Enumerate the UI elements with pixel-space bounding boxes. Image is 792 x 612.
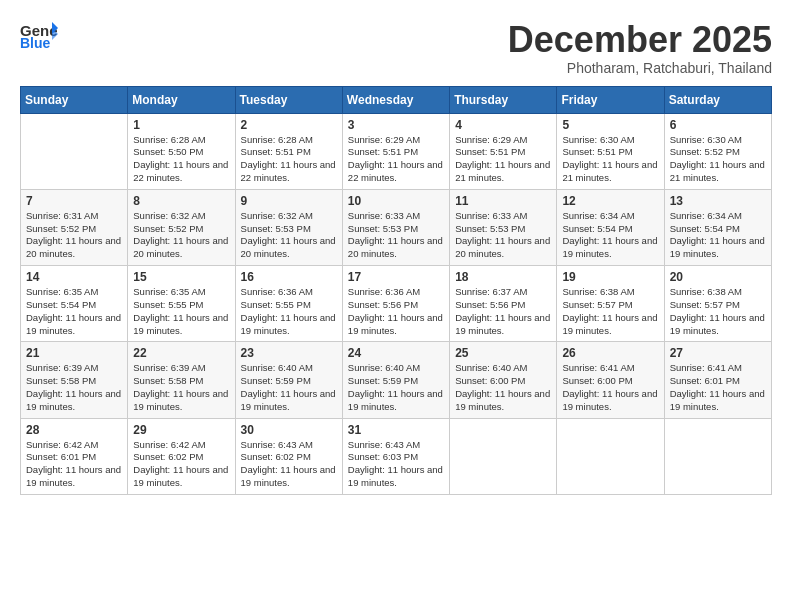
day-number: 19 <box>562 270 658 284</box>
calendar-cell: 19Sunrise: 6:38 AM Sunset: 5:57 PM Dayli… <box>557 266 664 342</box>
day-info: Sunrise: 6:43 AM Sunset: 6:03 PM Dayligh… <box>348 439 444 490</box>
title-section: December 2025 Photharam, Ratchaburi, Tha… <box>508 20 772 76</box>
day-number: 30 <box>241 423 337 437</box>
day-number: 24 <box>348 346 444 360</box>
day-number: 13 <box>670 194 766 208</box>
calendar-cell: 29Sunrise: 6:42 AM Sunset: 6:02 PM Dayli… <box>128 418 235 494</box>
day-info: Sunrise: 6:29 AM Sunset: 5:51 PM Dayligh… <box>348 134 444 185</box>
day-number: 18 <box>455 270 551 284</box>
calendar-cell: 16Sunrise: 6:36 AM Sunset: 5:55 PM Dayli… <box>235 266 342 342</box>
day-number: 28 <box>26 423 122 437</box>
calendar-cell: 15Sunrise: 6:35 AM Sunset: 5:55 PM Dayli… <box>128 266 235 342</box>
calendar-cell: 23Sunrise: 6:40 AM Sunset: 5:59 PM Dayli… <box>235 342 342 418</box>
day-header-sunday: Sunday <box>21 86 128 113</box>
day-number: 26 <box>562 346 658 360</box>
day-header-thursday: Thursday <box>450 86 557 113</box>
calendar-cell: 14Sunrise: 6:35 AM Sunset: 5:54 PM Dayli… <box>21 266 128 342</box>
calendar-cell: 11Sunrise: 6:33 AM Sunset: 5:53 PM Dayli… <box>450 189 557 265</box>
calendar-cell: 20Sunrise: 6:38 AM Sunset: 5:57 PM Dayli… <box>664 266 771 342</box>
calendar-cell: 10Sunrise: 6:33 AM Sunset: 5:53 PM Dayli… <box>342 189 449 265</box>
calendar-cell: 9Sunrise: 6:32 AM Sunset: 5:53 PM Daylig… <box>235 189 342 265</box>
day-number: 10 <box>348 194 444 208</box>
day-number: 6 <box>670 118 766 132</box>
calendar-cell: 7Sunrise: 6:31 AM Sunset: 5:52 PM Daylig… <box>21 189 128 265</box>
day-header-monday: Monday <box>128 86 235 113</box>
day-info: Sunrise: 6:38 AM Sunset: 5:57 PM Dayligh… <box>670 286 766 337</box>
day-info: Sunrise: 6:38 AM Sunset: 5:57 PM Dayligh… <box>562 286 658 337</box>
calendar-cell: 18Sunrise: 6:37 AM Sunset: 5:56 PM Dayli… <box>450 266 557 342</box>
calendar-cell: 8Sunrise: 6:32 AM Sunset: 5:52 PM Daylig… <box>128 189 235 265</box>
day-info: Sunrise: 6:42 AM Sunset: 6:01 PM Dayligh… <box>26 439 122 490</box>
day-number: 5 <box>562 118 658 132</box>
calendar-cell <box>450 418 557 494</box>
day-info: Sunrise: 6:39 AM Sunset: 5:58 PM Dayligh… <box>133 362 229 413</box>
day-number: 11 <box>455 194 551 208</box>
day-number: 12 <box>562 194 658 208</box>
day-number: 9 <box>241 194 337 208</box>
calendar-week-1: 1Sunrise: 6:28 AM Sunset: 5:50 PM Daylig… <box>21 113 772 189</box>
day-header-wednesday: Wednesday <box>342 86 449 113</box>
calendar-cell <box>557 418 664 494</box>
calendar-cell: 26Sunrise: 6:41 AM Sunset: 6:00 PM Dayli… <box>557 342 664 418</box>
calendar-cell: 1Sunrise: 6:28 AM Sunset: 5:50 PM Daylig… <box>128 113 235 189</box>
day-info: Sunrise: 6:34 AM Sunset: 5:54 PM Dayligh… <box>670 210 766 261</box>
location-subtitle: Photharam, Ratchaburi, Thailand <box>508 60 772 76</box>
day-number: 14 <box>26 270 122 284</box>
calendar-week-2: 7Sunrise: 6:31 AM Sunset: 5:52 PM Daylig… <box>21 189 772 265</box>
day-number: 23 <box>241 346 337 360</box>
day-info: Sunrise: 6:33 AM Sunset: 5:53 PM Dayligh… <box>455 210 551 261</box>
day-info: Sunrise: 6:40 AM Sunset: 6:00 PM Dayligh… <box>455 362 551 413</box>
day-number: 16 <box>241 270 337 284</box>
day-number: 22 <box>133 346 229 360</box>
page-header: General Blue December 2025 Photharam, Ra… <box>20 20 772 76</box>
calendar-cell: 6Sunrise: 6:30 AM Sunset: 5:52 PM Daylig… <box>664 113 771 189</box>
day-number: 29 <box>133 423 229 437</box>
day-info: Sunrise: 6:36 AM Sunset: 5:56 PM Dayligh… <box>348 286 444 337</box>
calendar-cell <box>664 418 771 494</box>
day-info: Sunrise: 6:35 AM Sunset: 5:54 PM Dayligh… <box>26 286 122 337</box>
logo: General Blue <box>20 20 58 50</box>
calendar-cell: 30Sunrise: 6:43 AM Sunset: 6:02 PM Dayli… <box>235 418 342 494</box>
day-info: Sunrise: 6:35 AM Sunset: 5:55 PM Dayligh… <box>133 286 229 337</box>
day-info: Sunrise: 6:37 AM Sunset: 5:56 PM Dayligh… <box>455 286 551 337</box>
day-info: Sunrise: 6:41 AM Sunset: 6:01 PM Dayligh… <box>670 362 766 413</box>
calendar-week-4: 21Sunrise: 6:39 AM Sunset: 5:58 PM Dayli… <box>21 342 772 418</box>
calendar-week-5: 28Sunrise: 6:42 AM Sunset: 6:01 PM Dayli… <box>21 418 772 494</box>
day-info: Sunrise: 6:40 AM Sunset: 5:59 PM Dayligh… <box>241 362 337 413</box>
day-info: Sunrise: 6:31 AM Sunset: 5:52 PM Dayligh… <box>26 210 122 261</box>
day-number: 1 <box>133 118 229 132</box>
calendar-cell: 3Sunrise: 6:29 AM Sunset: 5:51 PM Daylig… <box>342 113 449 189</box>
day-info: Sunrise: 6:28 AM Sunset: 5:50 PM Dayligh… <box>133 134 229 185</box>
calendar-cell: 13Sunrise: 6:34 AM Sunset: 5:54 PM Dayli… <box>664 189 771 265</box>
logo-icon: General Blue <box>20 20 58 50</box>
day-number: 4 <box>455 118 551 132</box>
day-info: Sunrise: 6:32 AM Sunset: 5:52 PM Dayligh… <box>133 210 229 261</box>
day-info: Sunrise: 6:29 AM Sunset: 5:51 PM Dayligh… <box>455 134 551 185</box>
calendar-cell: 12Sunrise: 6:34 AM Sunset: 5:54 PM Dayli… <box>557 189 664 265</box>
day-info: Sunrise: 6:39 AM Sunset: 5:58 PM Dayligh… <box>26 362 122 413</box>
month-title: December 2025 <box>508 20 772 60</box>
day-info: Sunrise: 6:30 AM Sunset: 5:51 PM Dayligh… <box>562 134 658 185</box>
calendar-header-row: SundayMondayTuesdayWednesdayThursdayFrid… <box>21 86 772 113</box>
calendar-cell: 21Sunrise: 6:39 AM Sunset: 5:58 PM Dayli… <box>21 342 128 418</box>
day-info: Sunrise: 6:32 AM Sunset: 5:53 PM Dayligh… <box>241 210 337 261</box>
calendar-cell: 25Sunrise: 6:40 AM Sunset: 6:00 PM Dayli… <box>450 342 557 418</box>
day-info: Sunrise: 6:36 AM Sunset: 5:55 PM Dayligh… <box>241 286 337 337</box>
day-number: 2 <box>241 118 337 132</box>
day-number: 27 <box>670 346 766 360</box>
day-info: Sunrise: 6:30 AM Sunset: 5:52 PM Dayligh… <box>670 134 766 185</box>
day-info: Sunrise: 6:41 AM Sunset: 6:00 PM Dayligh… <box>562 362 658 413</box>
day-header-friday: Friday <box>557 86 664 113</box>
svg-text:Blue: Blue <box>20 35 51 50</box>
day-info: Sunrise: 6:40 AM Sunset: 5:59 PM Dayligh… <box>348 362 444 413</box>
day-header-saturday: Saturday <box>664 86 771 113</box>
day-number: 7 <box>26 194 122 208</box>
calendar-cell: 28Sunrise: 6:42 AM Sunset: 6:01 PM Dayli… <box>21 418 128 494</box>
day-info: Sunrise: 6:42 AM Sunset: 6:02 PM Dayligh… <box>133 439 229 490</box>
day-number: 15 <box>133 270 229 284</box>
calendar-cell: 27Sunrise: 6:41 AM Sunset: 6:01 PM Dayli… <box>664 342 771 418</box>
day-number: 25 <box>455 346 551 360</box>
day-number: 17 <box>348 270 444 284</box>
day-info: Sunrise: 6:34 AM Sunset: 5:54 PM Dayligh… <box>562 210 658 261</box>
day-info: Sunrise: 6:33 AM Sunset: 5:53 PM Dayligh… <box>348 210 444 261</box>
